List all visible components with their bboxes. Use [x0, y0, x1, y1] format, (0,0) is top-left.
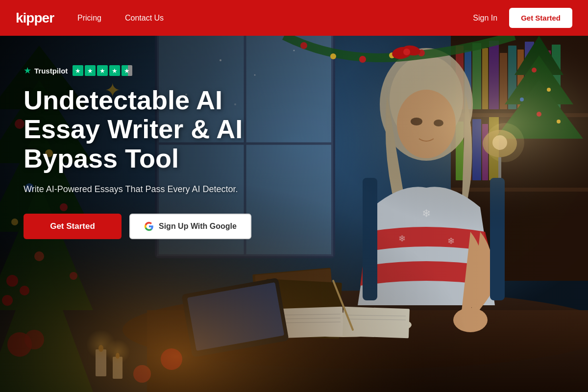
star-4: ★: [109, 65, 120, 76]
trustpilot-text: Trustpilot: [34, 67, 68, 75]
google-signup-button[interactable]: Sign Up With Google: [129, 214, 251, 239]
hero-content: ★ Trustpilot ★ ★ ★ ★ ★ Undetectable AI E…: [0, 36, 304, 269]
star-5: ★: [122, 65, 132, 76]
google-signup-label: Sign Up With Google: [159, 222, 237, 231]
star-2: ★: [85, 65, 96, 76]
star-3: ★: [97, 65, 108, 76]
navbar-right: Sign In Get Started: [473, 8, 572, 28]
hero-section: ✦ ❄ ❄ ❄: [0, 36, 588, 392]
brand-logo[interactable]: kipper: [16, 10, 54, 26]
hero-subtitle: Write AI-Powered Essays That Pass Every …: [24, 183, 280, 196]
nav-links: Pricing Contact Us: [77, 14, 473, 23]
hero-cta-row: Get Started Sign Up With Google: [24, 214, 280, 239]
navbar: kipper Pricing Contact Us Sign In Get St…: [0, 0, 588, 36]
hero-title: Undetectable AI Essay Writer & AI Bypass…: [24, 86, 280, 173]
nav-link-contact[interactable]: Contact Us: [125, 14, 164, 23]
nav-link-pricing[interactable]: Pricing: [77, 14, 101, 23]
stars-row: ★ ★ ★ ★ ★: [73, 65, 132, 76]
get-started-button-nav[interactable]: Get Started: [509, 8, 572, 28]
signin-link[interactable]: Sign In: [473, 14, 497, 23]
trustpilot-logo: ★ Trustpilot: [24, 65, 68, 76]
trustpilot-row: ★ Trustpilot ★ ★ ★ ★ ★: [24, 65, 280, 76]
star-1: ★: [73, 65, 83, 76]
get-started-button-hero[interactable]: Get Started: [24, 214, 122, 239]
trustpilot-star-icon: ★: [24, 65, 31, 76]
google-icon: [144, 221, 154, 231]
